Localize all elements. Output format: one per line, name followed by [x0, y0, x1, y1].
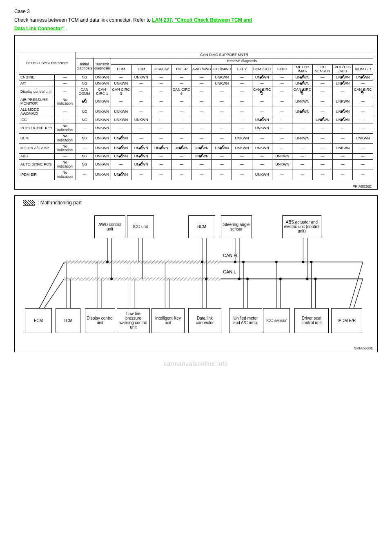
table-cell: — [54, 81, 76, 87]
table-cell: No indication [54, 143, 76, 154]
table-cell: — [312, 123, 332, 133]
table-cell: — [232, 160, 252, 170]
th-col: ECM [111, 65, 131, 75]
table-cell: — [111, 160, 131, 170]
table-row: ICC—NGUNKWNUNKWNUNKWN—————UNKWN——UNKWNUN… [19, 117, 373, 123]
row-label: A/T [19, 81, 55, 87]
table-cell: — [272, 97, 292, 107]
table-cell: NG [76, 154, 93, 160]
table-cell: UNKWN [131, 117, 151, 123]
table-cell: — [131, 170, 151, 180]
table-cell: — [232, 117, 252, 123]
diagram-block: ICC unit [127, 215, 154, 238]
case-text: Check harness between TCM and data link … [14, 17, 152, 23]
table-cell: UNKWN [111, 81, 131, 87]
svg-line-36 [348, 262, 363, 312]
table-cell: — [232, 87, 252, 97]
table-cell: NG [76, 160, 93, 170]
table-cell: UNKWN [312, 117, 332, 123]
link-lan237-a[interactable]: LAN-237, "Circuit Check Between TCM and [152, 17, 252, 23]
row-label: ENGINE [19, 74, 55, 81]
table-cell: UNKWN [212, 143, 232, 154]
table-cell: — [353, 123, 373, 133]
table-cell: — [292, 160, 312, 170]
th-initial: Initial diagnosis [76, 58, 93, 75]
table-cell: UNKWN [172, 143, 192, 154]
case-heading: Case 3 [14, 9, 30, 14]
table-cell: — [54, 107, 76, 117]
table-cell: — [54, 74, 76, 81]
table-cell: UNKWN [333, 117, 353, 123]
svg-point-46 [314, 278, 317, 280]
svg-point-41 [275, 261, 278, 263]
table-cell: UNKWN [353, 74, 373, 81]
svg-point-40 [246, 278, 249, 280]
table-cell: — [252, 154, 272, 160]
table-cell: — [312, 170, 332, 180]
th-col: TCM [131, 65, 151, 75]
diagram-block: ECM [25, 308, 52, 333]
table-cell: UNKWN [333, 143, 353, 154]
svg-line-35 [352, 279, 363, 312]
table-cell: — [131, 123, 151, 133]
diagram-figure: : Malfunctioning part [14, 195, 378, 352]
table-row: IPDM E/RNo indication—UNKWNUNKWN——————UN… [19, 170, 373, 180]
table-cell: — [292, 143, 312, 154]
row-label: ABS [19, 154, 55, 160]
table-cell: — [212, 154, 232, 160]
row-label: BCM [19, 133, 55, 143]
table-cell: UNKWN [333, 81, 353, 87]
table-cell: — [292, 117, 312, 123]
table-cell: — [353, 154, 373, 160]
table-cell: UNKWN [111, 154, 131, 160]
table-cell: — [192, 87, 212, 97]
table-cell: UNKWN [333, 97, 353, 107]
table-cell: — [312, 74, 332, 81]
table-cell: — [111, 123, 131, 133]
table-cell: CAN COMM [76, 87, 93, 97]
table-cell: — [312, 81, 332, 87]
table-row: INTELLIGENT KEYNo indication—UNKWN——————… [19, 123, 373, 133]
table-cell: — [353, 143, 373, 154]
table-cell: UNKWN [353, 133, 373, 143]
svg-point-48 [110, 278, 113, 280]
table-cell: UNKWN [252, 123, 272, 133]
table-cell: — [232, 97, 252, 107]
table-cell: — [54, 87, 76, 97]
table-cell: — [172, 123, 192, 133]
table-cell: UNKWN [131, 74, 151, 81]
table-cell: — [232, 74, 252, 81]
table-cell: — [172, 170, 192, 180]
table-cell: — [212, 107, 232, 117]
table-cell: — [333, 160, 353, 170]
table-cell: UNKWN [252, 117, 272, 123]
table-cell: — [333, 123, 353, 133]
svg-point-43 [302, 261, 304, 263]
table-cell: UNKWN [272, 154, 292, 160]
table-cell: — [272, 143, 292, 154]
table-cell: UNKWN [93, 133, 111, 143]
th-col: TIRE-P [172, 65, 192, 75]
table-cell: — [192, 117, 212, 123]
table-cell: UNKWN [111, 170, 131, 180]
table-cell: — [353, 170, 373, 180]
table-row: AIR PRESSURE MONITORNo indicationNGUNKWN… [19, 97, 373, 107]
table-cell: — [272, 81, 292, 87]
table-cell: UNKWN [93, 74, 111, 81]
table-cell: UNKWN [252, 143, 272, 154]
row-label: ALL MODE AWD/4WD [19, 107, 55, 117]
svg-point-49 [201, 261, 203, 263]
table-cell: — [76, 123, 93, 133]
diagram-block: Display control unit [85, 308, 115, 333]
table-cell: UNKWN [212, 74, 232, 81]
table-row: ABS—NGUNKWNUNKWNUNKWN——UNKWN———UNKWN———— [19, 154, 373, 160]
table-cell: — [192, 133, 212, 143]
th-col: ICC SENSOR [312, 65, 332, 75]
table-cell: UNKWN [93, 107, 111, 117]
table-cell: — [151, 154, 171, 160]
table-cell: — [212, 133, 232, 143]
link-lan237-b[interactable]: Data Link Connector" [14, 26, 65, 31]
svg-point-45 [310, 261, 313, 263]
table-cell: — [353, 117, 373, 123]
diagram-block: Steering angle sensor [221, 215, 252, 238]
